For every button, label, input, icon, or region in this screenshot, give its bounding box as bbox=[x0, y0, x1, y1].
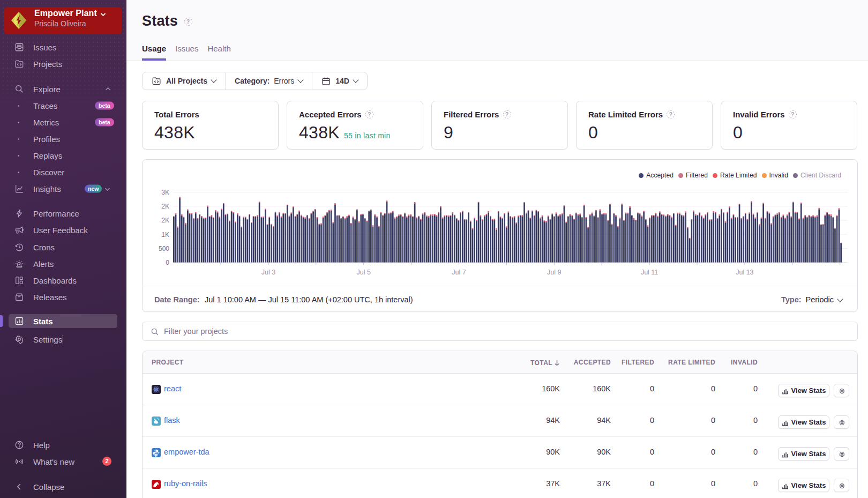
svg-text:2K: 2K bbox=[161, 217, 169, 224]
svg-text:Jul 9: Jul 9 bbox=[547, 269, 561, 276]
svg-text:Jul 11: Jul 11 bbox=[641, 269, 658, 276]
svg-text:0: 0 bbox=[166, 259, 169, 266]
svg-text:500: 500 bbox=[159, 245, 169, 252]
svg-text:1K: 1K bbox=[161, 231, 169, 239]
svg-text:Jul 3: Jul 3 bbox=[261, 269, 275, 276]
svg-text:Jul 5: Jul 5 bbox=[356, 269, 370, 276]
svg-text:Jul 7: Jul 7 bbox=[452, 269, 466, 276]
svg-text:Jul 13: Jul 13 bbox=[736, 269, 753, 276]
svg-text:2K: 2K bbox=[161, 203, 169, 210]
svg-text:3K: 3K bbox=[161, 189, 169, 196]
